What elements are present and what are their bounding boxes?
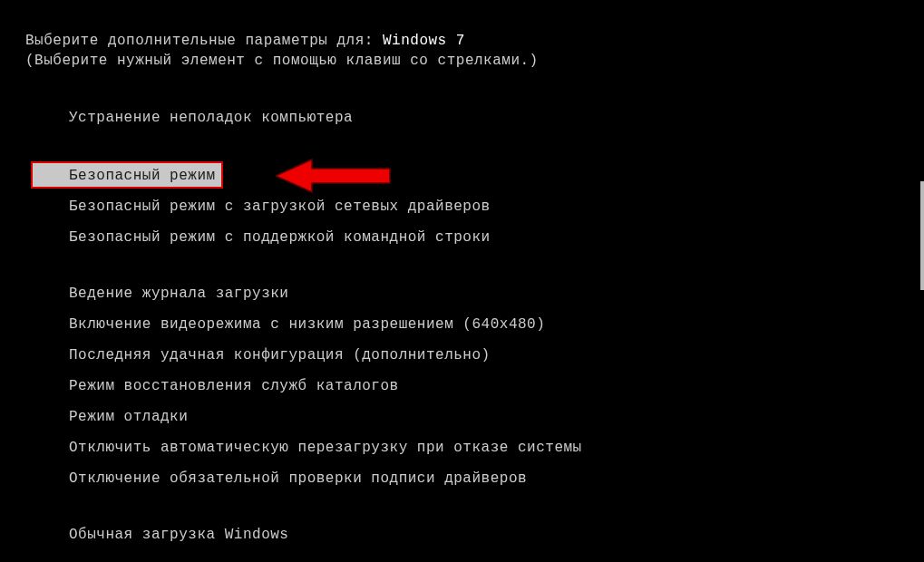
- boot-header-instruction: (Выберите нужный элемент с помощью клави…: [25, 53, 924, 69]
- prompt-prefix: Выберите дополнительные параметры для:: [25, 33, 383, 49]
- boot-header-prompt: Выберите дополнительные параметры для: W…: [25, 33, 924, 49]
- menu-item-safe-mode-label: Безопасный режим: [31, 161, 223, 189]
- boot-menu[interactable]: Устранение неполадок компьютера Безопасн…: [25, 105, 924, 547]
- menu-item-repair[interactable]: Устранение неполадок компьютера: [69, 105, 924, 131]
- menu-item-boot-log[interactable]: Ведение журнала загрузки: [69, 281, 924, 306]
- os-name: Windows 7: [383, 33, 465, 49]
- menu-item-normal[interactable]: Обычная загрузка Windows: [69, 522, 924, 547]
- svg-marker-0: [276, 160, 390, 192]
- menu-item-debug[interactable]: Режим отладки: [69, 404, 924, 430]
- annotation-arrow-icon: [276, 158, 394, 194]
- scrollbar-thumb[interactable]: [920, 181, 924, 290]
- menu-item-disable-auto-restart[interactable]: Отключить автоматическую перезагрузку пр…: [69, 435, 924, 460]
- menu-item-safe-mode-cmd[interactable]: Безопасный режим с поддержкой командной …: [69, 225, 924, 250]
- menu-item-last-known[interactable]: Последняя удачная конфигурация (дополнит…: [69, 343, 924, 368]
- menu-item-disable-sig[interactable]: Отключение обязательной проверки подписи…: [69, 466, 924, 491]
- menu-item-safe-mode-selected[interactable]: Безопасный режим: [31, 161, 924, 189]
- menu-item-ds-restore[interactable]: Режим восстановления служб каталогов: [69, 373, 924, 399]
- menu-item-safe-mode-net[interactable]: Безопасный режим с загрузкой сетевых дра…: [69, 194, 924, 219]
- menu-item-low-res[interactable]: Включение видеорежима с низким разрешени…: [69, 312, 924, 337]
